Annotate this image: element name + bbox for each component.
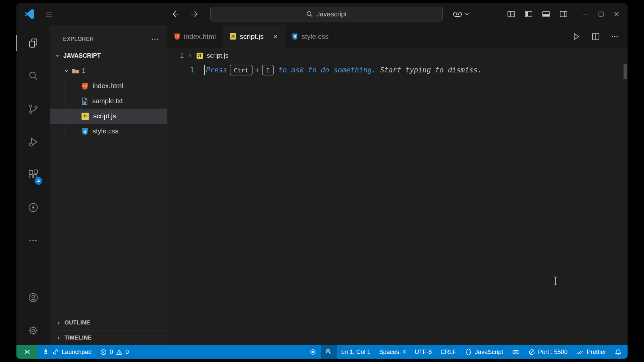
line-number: 1 (167, 66, 204, 74)
chevron-right-icon (56, 320, 61, 325)
file-row-index-html[interactable]: index.html (50, 78, 167, 94)
lightning-circle-icon (28, 202, 39, 213)
active-view-indicator (16, 35, 17, 51)
menu-icon[interactable] (45, 10, 53, 18)
breadcrumb-file[interactable]: script.js (207, 52, 228, 59)
chevron-down-icon (55, 53, 60, 58)
formatter-status[interactable]: Prettier (572, 345, 610, 359)
title-bar: Javascript (16, 3, 628, 25)
zoom-button[interactable] (321, 345, 337, 359)
additional-views-button[interactable] (24, 231, 43, 250)
tab-style-css[interactable]: style.css (285, 25, 336, 48)
maximize-button[interactable] (598, 11, 604, 17)
file-row-script-js[interactable]: JS script.js (50, 109, 167, 124)
folder-row-1[interactable]: 1 (50, 63, 167, 78)
account-icon (28, 292, 39, 303)
vscode-logo-icon (24, 8, 35, 20)
sidebar-item-thunder-client[interactable] (24, 198, 43, 217)
customize-layout-icon[interactable] (507, 10, 516, 18)
workspace-section-javascript[interactable]: JAVASCRIPT (50, 48, 167, 63)
account-button[interactable] (24, 288, 43, 307)
error-icon (100, 349, 107, 355)
toggle-primary-sidebar-icon[interactable] (524, 10, 533, 18)
js-icon: JS (197, 53, 203, 59)
tree-indent-guide (64, 78, 64, 139)
file-row-sample-txt[interactable]: sample.txt (50, 94, 167, 109)
toggle-secondary-sidebar-icon[interactable] (559, 10, 568, 18)
double-check-icon (576, 349, 584, 355)
line-col-label: Ln 1, Col 1 (341, 349, 370, 356)
copilot-status-button[interactable] (507, 345, 524, 359)
command-center-search[interactable]: Javascript (210, 7, 443, 21)
indentation-setting[interactable]: Spaces: 4 (375, 345, 410, 359)
sidebar-item-source-control[interactable] (24, 100, 43, 118)
css-icon (82, 128, 88, 135)
toggle-panel-icon[interactable] (542, 10, 550, 18)
launchpad-label: Launchpad (62, 349, 92, 356)
back-arrow-icon[interactable] (171, 9, 181, 19)
timeline-label: TIMELINE (64, 335, 92, 341)
sidebar-item-extensions[interactable]: 4 (24, 165, 43, 184)
link-icon (52, 349, 59, 355)
code-line-1: 1 Press Ctrl + I to ask to do something.… (167, 63, 628, 77)
close-button[interactable] (613, 11, 620, 17)
sidebar-item-explorer[interactable] (24, 34, 43, 53)
scrollbar-thumb[interactable] (624, 64, 627, 79)
forward-arrow-icon[interactable] (190, 9, 199, 19)
keybinding-i: I (262, 65, 274, 75)
eol-label: CRLF (440, 349, 456, 356)
tab-label: index.html (184, 33, 216, 41)
vscode-window: Javascript (16, 3, 628, 359)
ghost-text-middle: to ask to do something. (278, 66, 376, 74)
eol-setting[interactable]: CRLF (436, 345, 461, 359)
editor-group: index.html JS script.js style.css (167, 25, 628, 345)
breadcrumb-folder[interactable]: 1 (180, 52, 184, 59)
js-icon: JS (82, 113, 89, 120)
file-label: style.css (93, 127, 118, 135)
editor-more-actions-icon[interactable] (611, 33, 619, 41)
status-bar: Launchpad 0 0 Ln 1, Col 1 (16, 345, 628, 359)
file-row-style-css[interactable]: style.css (50, 124, 167, 139)
language-mode[interactable]: {} JavaScript (461, 345, 507, 359)
copilot-menu[interactable] (452, 3, 469, 25)
problems-indicator[interactable]: 0 0 (96, 345, 133, 359)
sidebar-item-run-debug[interactable] (24, 132, 43, 151)
screencast-button[interactable] (305, 345, 321, 359)
formatter-label: Prettier (587, 349, 606, 356)
indent-label: Spaces: 4 (379, 349, 406, 356)
circle-slash-icon (529, 349, 535, 355)
search-sidebar-icon (28, 71, 39, 81)
tab-label: script.js (240, 33, 264, 41)
settings-button[interactable] (24, 321, 43, 340)
tab-close-icon[interactable] (273, 34, 278, 39)
explorer-sidebar: EXPLORER JAVASCRIPT 1 (50, 25, 167, 345)
text-file-icon (82, 98, 88, 105)
timeline-section-header[interactable]: TIMELINE (50, 330, 167, 345)
sidebar-item-search[interactable] (24, 67, 43, 85)
sidebar-title: EXPLORER (63, 36, 94, 42)
remote-indicator[interactable] (16, 345, 38, 359)
run-button[interactable] (572, 32, 581, 41)
tab-label: style.css (302, 33, 329, 41)
keybinding-ctrl: Ctrl (230, 65, 252, 75)
split-editor-icon[interactable] (591, 32, 600, 41)
source-control-icon (28, 104, 39, 114)
tab-script-js[interactable]: JS script.js (223, 25, 285, 48)
js-icon: JS (230, 33, 236, 40)
cursor-position[interactable]: Ln 1, Col 1 (337, 345, 375, 359)
folder-icon (72, 68, 79, 74)
encoding-setting[interactable]: UTF-8 (410, 345, 436, 359)
code-editor[interactable]: 1 Press Ctrl + I to ask to do something.… (167, 63, 628, 345)
workspace-label: JAVASCRIPT (63, 52, 101, 59)
search-icon (306, 11, 313, 17)
outline-label: OUTLINE (64, 319, 90, 326)
outline-section-header[interactable]: OUTLINE (50, 315, 167, 330)
minimize-button[interactable] (583, 11, 589, 17)
live-server-port[interactable]: Port : 5500 (524, 345, 572, 359)
notifications-button[interactable] (610, 345, 628, 359)
explorer-more-actions-icon[interactable] (151, 35, 159, 43)
tab-index-html[interactable]: index.html (167, 25, 223, 48)
breadcrumb[interactable]: 1 JS script.js (167, 48, 628, 63)
mouse-ibeam-cursor (553, 276, 558, 286)
launchpad-button[interactable]: Launchpad (38, 345, 96, 359)
